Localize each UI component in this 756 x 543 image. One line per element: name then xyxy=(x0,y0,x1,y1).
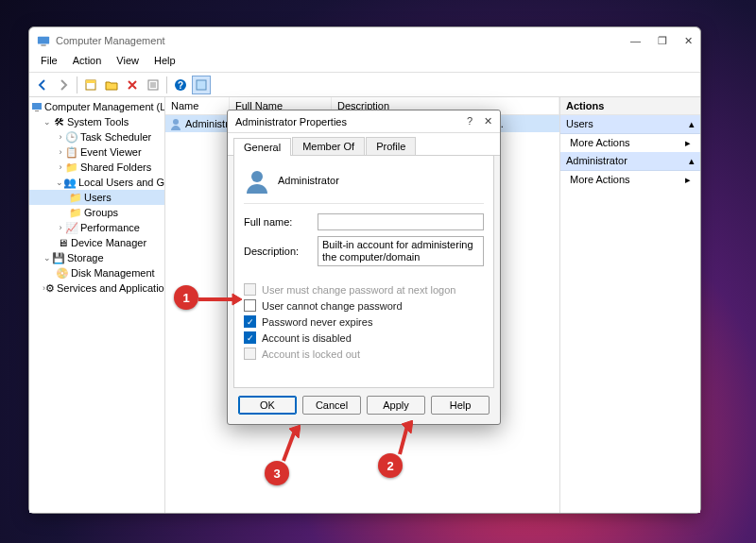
actions-more-users[interactable]: More Actions▸ xyxy=(560,134,700,152)
svg-rect-10 xyxy=(197,80,206,90)
user-icon xyxy=(169,117,182,130)
svg-rect-11 xyxy=(32,103,42,110)
dialog-title: Administrator Properties xyxy=(235,116,347,127)
description-field[interactable]: Built-in account for administering the c… xyxy=(318,236,484,266)
tree-event-viewer[interactable]: ›📋Event Viewer xyxy=(29,144,164,160)
tab-memberof[interactable]: Member Of xyxy=(292,137,365,155)
tree-performance[interactable]: ›📈Performance xyxy=(29,220,164,235)
folder-icon: 📁 xyxy=(69,191,82,204)
dialog-button-row: OK Cancel Apply Help xyxy=(228,388,500,424)
collapse-icon: ▴ xyxy=(689,118,695,130)
administrator-properties-dialog: Administrator Properties ? ✕ General Mem… xyxy=(227,110,501,425)
chevron-right-icon: ▸ xyxy=(685,174,691,186)
dialog-tabs: General Member Of Profile xyxy=(228,133,500,156)
menu-view[interactable]: View xyxy=(111,54,145,72)
svg-text:?: ? xyxy=(178,80,183,91)
computer-icon xyxy=(31,100,43,113)
tree-services[interactable]: ›⚙Services and Applications xyxy=(29,280,164,296)
tree-users[interactable]: 📁Users xyxy=(29,190,164,205)
actions-section-admin[interactable]: Administrator▴ xyxy=(560,152,700,171)
users-icon: 👥 xyxy=(63,176,77,189)
svg-rect-12 xyxy=(35,110,39,111)
tab-general[interactable]: General xyxy=(233,138,291,156)
tree-storage[interactable]: ⌄💾Storage xyxy=(29,250,164,265)
event-icon: 📋 xyxy=(65,145,78,159)
toolbar-new-icon[interactable] xyxy=(81,76,100,94)
actions-header: Actions xyxy=(560,97,700,115)
description-label: Description: xyxy=(244,246,318,257)
toolbar-delete-icon[interactable] xyxy=(123,76,142,94)
menu-action[interactable]: Action xyxy=(67,54,108,72)
tree-task-scheduler[interactable]: ›🕒Task Scheduler xyxy=(29,129,164,144)
cancel-button[interactable]: Cancel xyxy=(302,396,361,415)
annotation-badge-1: 1 xyxy=(174,285,198,310)
dialog-username: Administrator xyxy=(278,175,339,186)
tab-profile[interactable]: Profile xyxy=(366,137,416,155)
maximize-button[interactable]: ❐ xyxy=(658,35,667,47)
disk-icon: 📀 xyxy=(56,266,69,280)
folder-icon: 📁 xyxy=(69,206,82,219)
checkbox-locked-out: Account is locked out xyxy=(244,348,484,360)
tree-device-manager[interactable]: 🖥Device Manager xyxy=(29,235,164,250)
dialog-titlebar: Administrator Properties ? ✕ xyxy=(228,110,500,133)
dialog-help-button[interactable]: ? xyxy=(467,115,472,127)
menubar: File Action View Help xyxy=(29,54,700,73)
dialog-body: Administrator Full name: Description: Bu… xyxy=(233,156,494,388)
dialog-close-button[interactable]: ✕ xyxy=(484,115,492,127)
ok-button[interactable]: OK xyxy=(238,396,297,415)
close-button[interactable]: ✕ xyxy=(684,35,693,47)
toolbar: ? xyxy=(29,73,700,97)
mmc-icon xyxy=(37,34,50,47)
help-button[interactable]: Help xyxy=(431,396,490,415)
tree-system-tools[interactable]: ⌄🛠System Tools xyxy=(29,114,164,129)
menu-help[interactable]: Help xyxy=(148,54,181,72)
apply-button[interactable]: Apply xyxy=(367,396,425,415)
tree-local-users[interactable]: ⌄👥Local Users and Groups xyxy=(29,175,164,190)
toolbar-refresh-icon[interactable] xyxy=(192,76,211,94)
folder-icon: 📁 xyxy=(65,161,78,174)
checkbox-never-expires[interactable]: ✓Password never expires xyxy=(244,315,484,328)
chevron-right-icon: ▸ xyxy=(685,137,691,149)
svg-rect-0 xyxy=(38,37,49,44)
titlebar: Computer Management — ❐ ✕ xyxy=(29,27,700,54)
col-name[interactable]: Name xyxy=(165,97,230,114)
nav-fwd-button[interactable] xyxy=(54,76,73,94)
device-icon: 🖥 xyxy=(56,236,69,249)
fullname-field[interactable] xyxy=(318,213,484,230)
checkbox-account-disabled[interactable]: ✓Account is disabled xyxy=(244,331,484,344)
toolbar-help-icon[interactable]: ? xyxy=(171,76,190,94)
collapse-icon: ▴ xyxy=(689,155,695,167)
toolbar-props-icon[interactable] xyxy=(144,76,163,94)
storage-icon: 💾 xyxy=(52,251,65,264)
tools-icon: 🛠 xyxy=(52,115,65,128)
user-large-icon xyxy=(244,167,270,194)
svg-line-17 xyxy=(400,426,407,454)
actions-more-admin[interactable]: More Actions▸ xyxy=(560,171,700,189)
tree-groups[interactable]: 📁Groups xyxy=(29,205,164,220)
menu-file[interactable]: File xyxy=(35,54,63,72)
window-title: Computer Management xyxy=(56,35,165,46)
svg-rect-1 xyxy=(41,44,45,45)
actions-section-users[interactable]: Users▴ xyxy=(560,115,700,134)
checkbox-must-change: User must change password at next logon xyxy=(244,283,484,296)
svg-point-13 xyxy=(173,119,179,125)
toolbar-folder-icon[interactable] xyxy=(102,76,121,94)
perf-icon: 📈 xyxy=(65,221,78,234)
checkbox-cannot-change[interactable]: User cannot change password xyxy=(244,299,484,312)
tree-root[interactable]: Computer Management (Local xyxy=(29,99,164,114)
minimize-button[interactable]: — xyxy=(630,35,641,47)
svg-rect-3 xyxy=(86,80,95,83)
clock-icon: 🕒 xyxy=(65,130,78,144)
fullname-label: Full name: xyxy=(244,216,318,228)
svg-line-19 xyxy=(284,431,295,461)
actions-pane: Actions Users▴ More Actions▸ Administrat… xyxy=(560,97,700,513)
services-icon: ⚙ xyxy=(45,281,55,295)
svg-marker-16 xyxy=(232,294,242,305)
nav-tree[interactable]: Computer Management (Local ⌄🛠System Tool… xyxy=(29,97,165,513)
tree-shared-folders[interactable]: ›📁Shared Folders xyxy=(29,160,164,175)
svg-point-14 xyxy=(251,171,263,182)
tree-disk-mgmt[interactable]: 📀Disk Management xyxy=(29,265,164,280)
nav-back-button[interactable] xyxy=(33,76,52,94)
